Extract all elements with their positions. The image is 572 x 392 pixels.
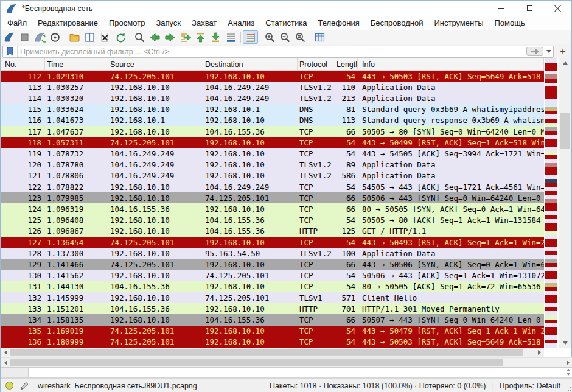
go-first-button[interactable] — [193, 30, 208, 44]
packet-row[interactable]: 1351.16901974.125.205.101192.168.10.10TC… — [1, 326, 544, 337]
cell-source: 74.125.205.101 — [108, 72, 203, 81]
reload-file-button[interactable] — [113, 30, 128, 44]
packet-row[interactable]: 1271.13645474.125.205.101192.168.10.10TC… — [1, 237, 544, 248]
packet-row[interactable]: 1131.030257192.168.10.10104.16.249.249TL… — [1, 82, 544, 93]
menu-item-analyze[interactable]: Анализ — [222, 17, 260, 29]
maximize-button[interactable] — [515, 1, 543, 16]
zoom-out-button[interactable] — [277, 30, 293, 44]
column-header-length[interactable]: Length — [332, 58, 358, 70]
scroll-left-button[interactable] — [1, 358, 10, 367]
profile-label[interactable]: Профиль: Default — [492, 382, 568, 390]
packet-row[interactable]: 1311.144130104.16.155.36192.168.10.10TCP… — [1, 281, 544, 292]
menu-item-wireless[interactable]: Беспроводной — [365, 17, 429, 29]
packet-list-hscrollbar[interactable] — [1, 348, 544, 357]
save-file-button[interactable] — [82, 30, 97, 44]
packet-row[interactable]: 1201.078780104.16.249.249192.168.10.10TL… — [1, 159, 544, 170]
scroll-right-button[interactable] — [563, 358, 572, 367]
menu-item-tools[interactable]: Инструменты — [428, 17, 489, 29]
menu-item-edit[interactable]: Редактирование — [32, 17, 103, 29]
hscrollbar-thumb[interactable] — [10, 349, 523, 356]
scroll-up-button[interactable] — [559, 58, 571, 68]
resize-grip[interactable] — [568, 379, 572, 392]
resize-columns-button[interactable] — [312, 30, 327, 44]
start-capture-button[interactable] — [2, 30, 17, 44]
cell-info: 80 → 50505 [ACK] Seq=1 Ack=72 Win=65536 … — [358, 282, 544, 291]
capture-options-button[interactable] — [47, 30, 63, 44]
packet-row[interactable]: 1361.18099974.125.205.101192.168.10.10TC… — [1, 337, 544, 348]
close-file-button[interactable] — [97, 30, 113, 44]
scroll-right-button[interactable] — [534, 348, 544, 357]
apply-filter-button[interactable] — [526, 47, 543, 56]
menu-item-go[interactable]: Запуск — [150, 17, 186, 29]
stop-capture-button[interactable] — [17, 30, 32, 44]
cell-length: 81 — [332, 105, 358, 114]
packet-row[interactable]: 1301.141562192.168.10.1074.125.205.101TC… — [1, 270, 544, 281]
minimize-button[interactable] — [487, 1, 515, 16]
column-header-source[interactable]: Source — [108, 58, 203, 70]
lower-hscrollbar[interactable] — [1, 357, 572, 367]
open-file-button[interactable] — [67, 30, 82, 44]
go-forward-button[interactable] — [162, 30, 178, 44]
zoom-reset-button[interactable] — [293, 30, 308, 44]
packet-row[interactable]: 1181.05731174.125.205.101192.168.10.10TC… — [1, 137, 544, 148]
column-header-info[interactable]: Info — [358, 58, 544, 70]
packet-row[interactable]: 1161.041673192.168.10.1192.168.10.10DNS1… — [1, 115, 544, 126]
cell-no: 133 — [1, 304, 45, 313]
packet-row[interactable]: 1191.078732104.16.249.249192.168.10.10TC… — [1, 148, 544, 159]
menu-item-file[interactable]: Файл — [2, 17, 32, 29]
menu-item-statistics[interactable]: Статистика — [260, 17, 312, 29]
colorize-packets-button[interactable] — [243, 30, 258, 44]
packet-row[interactable]: 1321.145999192.168.10.1074.125.205.101TL… — [1, 292, 544, 303]
menu-item-capture[interactable]: Захват — [186, 17, 222, 29]
hscrollbar-thumb[interactable] — [10, 359, 503, 366]
vertical-scrollbar[interactable] — [559, 58, 571, 348]
cell-protocol: TCP — [298, 215, 332, 225]
packet-row[interactable]: 1151.033624192.168.10.10192.168.10.1DNS8… — [1, 104, 544, 115]
packet-row[interactable]: 1341.158135192.168.10.10104.16.155.36TCP… — [1, 314, 544, 325]
column-header-protocol[interactable]: Protocol — [298, 58, 332, 70]
minimap-stripe — [545, 287, 557, 292]
filter-dropdown-button[interactable] — [545, 46, 553, 57]
scroll-left-button[interactable] — [1, 348, 10, 357]
capture-comment-button[interactable] — [19, 381, 29, 391]
vertical-scrollbar-thumb[interactable] — [560, 113, 570, 149]
column-header-destination[interactable]: Destination — [203, 58, 298, 70]
packet-row[interactable]: 1211.078806104.16.249.249192.168.10.10TL… — [1, 170, 544, 181]
packet-row[interactable]: 1331.151201104.16.155.36192.168.10.10HTT… — [1, 303, 544, 314]
find-packet-button[interactable] — [132, 30, 147, 44]
packet-row[interactable]: 1241.096319104.16.155.36192.168.10.10TCP… — [1, 203, 544, 214]
restart-capture-button[interactable] — [32, 30, 47, 44]
packet-row[interactable]: 1141.030320192.168.10.10104.16.249.249TL… — [1, 93, 544, 103]
go-back-button[interactable] — [147, 30, 162, 44]
menu-item-telephony[interactable]: Телефония — [312, 17, 364, 29]
cell-no: 136 — [1, 337, 45, 346]
packet-row[interactable]: 1221.078822192.168.10.10104.16.249.249TC… — [1, 181, 544, 192]
close-button[interactable] — [543, 1, 571, 16]
go-last-button[interactable] — [208, 30, 223, 44]
packet-row[interactable]: 1251.096408192.168.10.10104.16.155.36TCP… — [1, 215, 544, 226]
packet-minimap[interactable] — [545, 58, 557, 348]
packet-row[interactable]: 1231.079985192.168.10.1074.125.205.101TC… — [1, 192, 544, 203]
minimap-stripe — [545, 303, 557, 307]
toolbar-separator — [130, 32, 130, 43]
packet-row[interactable]: 1281.137300192.168.10.1095.163.54.50TLSv… — [1, 248, 544, 259]
packet-row[interactable]: 1261.096867192.168.10.10104.16.155.36HTT… — [1, 226, 544, 237]
display-filter-input[interactable] — [18, 47, 526, 57]
expert-info-button[interactable] — [5, 382, 13, 390]
pane-spinner[interactable] — [567, 369, 570, 376]
menu-item-help[interactable]: Помощь — [489, 17, 531, 29]
menu-item-view[interactable]: Просмотр — [103, 17, 150, 29]
cell-source: 192.168.10.10 — [108, 127, 203, 136]
packet-row[interactable]: 1121.02931074.125.205.101192.168.10.10TC… — [1, 71, 544, 82]
zoom-in-button[interactable] — [262, 30, 277, 44]
go-to-packet-button[interactable] — [178, 30, 193, 44]
column-header-time[interactable]: Time — [45, 58, 108, 70]
filter-bookmark-button[interactable] — [3, 46, 18, 57]
column-header-no[interactable]: No. — [1, 58, 45, 70]
add-filter-button[interactable]: + — [556, 46, 570, 58]
cell-time: 1.029310 — [45, 72, 108, 81]
packet-row[interactable]: 1291.14146674.125.205.101192.168.10.10TC… — [1, 259, 544, 270]
scroll-down-button[interactable] — [559, 338, 571, 348]
auto-scroll-button[interactable] — [223, 30, 239, 44]
packet-row[interactable]: 1171.047637192.168.10.10104.16.155.36TCP… — [1, 126, 544, 137]
